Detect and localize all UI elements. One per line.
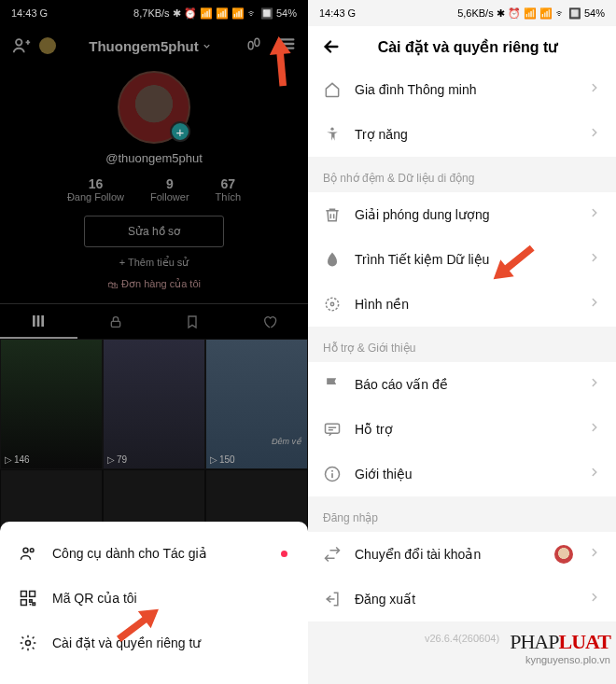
my-orders-link[interactable]: 🛍 Đơn hàng của tôi	[0, 278, 308, 290]
house-icon	[323, 80, 342, 99]
svg-point-18	[331, 470, 333, 472]
svg-rect-6	[111, 321, 119, 327]
profile-name-dropdown[interactable]: Thuongem5phut	[89, 38, 211, 54]
row-smart-family[interactable]: Gia đình Thông minh	[308, 67, 616, 112]
svg-point-2	[255, 38, 259, 46]
svg-rect-9	[21, 592, 27, 597]
profile-stats: 16Đang Follow 9Follower 67Thích	[0, 176, 308, 202]
tab-liked[interactable]	[231, 304, 309, 339]
row-accessibility[interactable]: Trợ năng	[308, 112, 616, 157]
svg-rect-3	[33, 315, 35, 327]
stat-followers[interactable]: 9Follower	[150, 176, 189, 202]
svg-point-12	[26, 641, 31, 646]
accessibility-icon	[323, 125, 342, 144]
coin-icon[interactable]	[39, 37, 56, 54]
qr-icon	[19, 589, 37, 607]
settings-header: Cài đặt và quyền riêng tư	[308, 26, 616, 67]
svg-point-14	[326, 298, 338, 310]
svg-rect-11	[21, 600, 27, 606]
trash-icon	[323, 205, 342, 224]
video-thumb[interactable]: ▷ 79	[103, 339, 205, 469]
add-friend-icon[interactable]	[11, 35, 32, 56]
svg-point-0	[16, 39, 21, 45]
row-report[interactable]: Báo cáo vấn đề	[308, 362, 616, 407]
tab-private[interactable]	[77, 304, 155, 339]
svg-point-7	[23, 548, 28, 552]
section-login-label: Đăng nhập	[308, 496, 616, 532]
add-bio-button[interactable]: + Thêm tiểu sử	[0, 257, 308, 269]
bag-icon: 🛍	[107, 279, 118, 290]
username: @thuongem5phut	[105, 151, 203, 165]
avatar[interactable]: +	[118, 71, 190, 144]
stat-following[interactable]: 16Đang Follow	[67, 176, 124, 202]
person-icon	[19, 544, 37, 563]
video-thumb[interactable]: Đêm về▷ 150	[205, 339, 308, 469]
statusbar-left: 14:43 G 8,7KB/s ✱ ⏰ 📶 📶 📶 ᯤ 🔲 54%	[0, 0, 308, 26]
tab-grid[interactable]	[0, 304, 77, 339]
row-support[interactable]: Hỗ trợ	[308, 407, 616, 452]
svg-point-13	[330, 128, 333, 131]
row-switch-account[interactable]: Chuyển đổi tài khoản	[308, 532, 616, 577]
annotation-arrow	[490, 232, 546, 291]
edit-profile-button[interactable]: Sửa hồ sơ	[84, 216, 224, 247]
row-free-space[interactable]: Giải phóng dung lượng	[308, 192, 616, 237]
row-data-saver[interactable]: Trình Tiết kiệm Dữ liệu	[308, 237, 616, 282]
sheet-creator-tools[interactable]: Công cụ dành cho Tác giả	[0, 531, 308, 576]
row-about[interactable]: Giới thiệu	[308, 452, 616, 496]
svg-rect-16	[326, 424, 340, 433]
wallpaper-icon	[323, 295, 342, 314]
notification-dot	[281, 551, 287, 557]
svg-point-8	[30, 549, 34, 552]
switch-icon	[323, 545, 342, 564]
svg-rect-19	[331, 473, 333, 478]
tab-saved[interactable]	[154, 304, 231, 339]
data-saver-icon	[323, 250, 342, 269]
row-logout[interactable]: Đăng xuất	[308, 577, 616, 621]
chat-icon	[323, 420, 342, 439]
annotation-arrow	[105, 595, 162, 656]
svg-rect-10	[30, 592, 35, 597]
logout-icon	[323, 590, 342, 608]
svg-point-15	[330, 302, 333, 305]
row-wallpaper[interactable]: Hình nền	[308, 282, 616, 327]
section-support-label: Hỗ trợ & Giới thiệu	[308, 327, 616, 362]
info-icon	[323, 465, 342, 483]
stat-likes[interactable]: 67Thích	[216, 176, 242, 202]
flag-icon	[323, 375, 342, 394]
watermark: PHAPLUAT kynguyenso.plo.vn	[510, 630, 610, 665]
statusbar-right: 14:43 G 5,6KB/s ✱ ⏰ 📶 📶 ᯤ 🔲 54%	[308, 0, 616, 26]
section-cache-label: Bộ nhớ đệm & Dữ liệu di động	[308, 157, 616, 192]
mini-avatar	[554, 545, 573, 564]
video-thumb[interactable]: ▷ 146	[0, 339, 103, 469]
gear-icon	[19, 634, 37, 652]
svg-rect-5	[42, 315, 45, 327]
avatar-add-icon[interactable]: +	[170, 121, 190, 142]
svg-point-1	[248, 42, 253, 49]
svg-rect-4	[37, 315, 40, 327]
